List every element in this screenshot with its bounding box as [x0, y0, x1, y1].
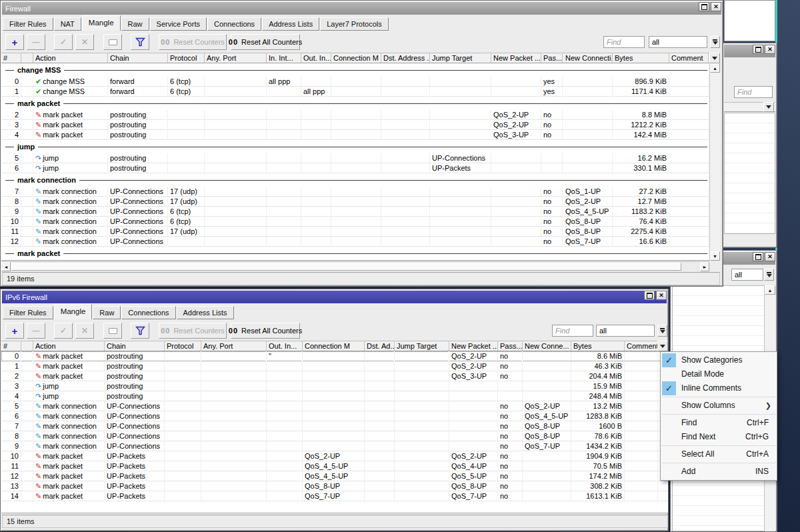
column-header-jump_target[interactable]: Jump Target: [430, 53, 491, 63]
table-row[interactable]: 3✎mark packetpostroutingQoS_2-UPno1212.2…: [1, 120, 709, 130]
enable-button[interactable]: ✓: [54, 323, 73, 339]
column-header-new_conn[interactable]: New Conne...: [523, 341, 571, 351]
close-button[interactable]: [711, 2, 721, 11]
table-row[interactable]: 10✎mark connectionUP-Connections6 (tcp)n…: [1, 217, 709, 227]
column-header-pass[interactable]: Pass...: [498, 341, 523, 351]
column-header-comment[interactable]: Comment: [625, 341, 658, 351]
filter-dropdown-button[interactable]: [657, 325, 667, 337]
column-header-chain[interactable]: Chain: [108, 53, 168, 63]
menu-item-select-all[interactable]: Select AllCtrl+A: [661, 447, 777, 461]
side-find-input[interactable]: [735, 87, 772, 97]
table-row[interactable]: 0✔change MSSforward6 (tcp)all pppyes896.…: [1, 77, 709, 87]
comment-button[interactable]: [103, 323, 122, 339]
column-header-action[interactable]: Action: [33, 53, 108, 63]
table-row[interactable]: 13✎mark packetUP-PacketsQoS_8-UPQoS_8-UP…: [1, 481, 668, 491]
table-row[interactable]: 4↷jumppostrouting248.4 MiB: [1, 391, 668, 401]
column-header-jump_target[interactable]: Jump Target: [395, 341, 449, 351]
column-header-protocol[interactable]: Protocol: [165, 341, 201, 351]
table-row[interactable]: 6✎mark connectionUP-ConnectionsnoQoS_4_5…: [1, 411, 668, 421]
scroll-left-button[interactable]: ◄: [1, 262, 11, 271]
menu-item-show-columns[interactable]: Show Columns❯: [661, 399, 777, 413]
filter-combo[interactable]: all: [596, 325, 655, 337]
column-header-dst_addr[interactable]: Dst. Address ...: [381, 53, 430, 63]
column-header-out_int[interactable]: Out. In...: [301, 53, 331, 63]
table-row[interactable]: 9✎mark connectionUP-Connections6 (tcp)no…: [1, 207, 709, 217]
scrollbar-thumb[interactable]: [11, 263, 681, 271]
table-row[interactable]: 3↷jumppostrouting15.9 MiB: [1, 381, 668, 391]
table-row[interactable]: 7✎mark connectionUP-Connections17 (udp)n…: [1, 187, 709, 197]
table-row[interactable]: 12✎mark packetUP-PacketsQoS_4_5-UPQoS_5-…: [1, 471, 668, 481]
tab-address-lists[interactable]: Address Lists: [177, 306, 234, 319]
column-header-bytes[interactable]: Bytes: [571, 341, 625, 351]
menu-item-detail-mode[interactable]: Detail Mode: [661, 367, 777, 381]
scroll-down-button[interactable]: ▼: [710, 251, 720, 261]
reset-all-counters-button[interactable]: 00Reset All Counters: [231, 34, 300, 50]
table-row[interactable]: 6↷jumppostroutingUP-Packets330.1 MiB: [1, 163, 709, 173]
reset-all-counters-button[interactable]: 00Reset All Counters: [231, 323, 300, 339]
table-row[interactable]: 0✎mark packetpostrouting"QoS_2-UPno8.6 M…: [1, 351, 668, 361]
column-header-new_packet[interactable]: New Packet ...: [449, 341, 498, 351]
table-row[interactable]: 11✎mark connectionUP-Connections17 (udp)…: [1, 227, 709, 237]
menu-item-add[interactable]: AddINS: [661, 465, 777, 479]
scroll-up-button[interactable]: ▲: [710, 63, 720, 73]
column-header-chain[interactable]: Chain: [105, 341, 165, 351]
reset-counters-button[interactable]: 00Reset Counters: [159, 34, 227, 50]
menu-item-find-next[interactable]: Find NextCtrl+G: [661, 430, 777, 444]
column-dropdown-button[interactable]: [657, 341, 668, 351]
column-header-bytes[interactable]: Bytes: [613, 53, 669, 63]
tab-connections[interactable]: Connections: [207, 17, 261, 31]
filter-dropdown-button[interactable]: [710, 36, 720, 48]
filter-button[interactable]: [131, 323, 149, 339]
table-row[interactable]: 5✎mark connectionUP-ConnectionsnoQoS_2-U…: [1, 401, 668, 411]
menu-item-inline-comments[interactable]: ✓Inline Comments: [661, 381, 777, 395]
column-header-pass[interactable]: Pas...: [541, 53, 563, 63]
column-header-action[interactable]: Action: [33, 341, 105, 351]
table-row[interactable]: 8✎mark connectionUP-ConnectionsnoQoS_8-U…: [1, 431, 668, 441]
tab-nat[interactable]: NAT: [54, 17, 81, 31]
column-header-any_port[interactable]: Any. Port: [201, 341, 267, 351]
column-header-new_packet[interactable]: New Packet ...: [491, 53, 541, 63]
column-header-comment[interactable]: Comment: [669, 53, 709, 63]
vertical-scrollbar[interactable]: ▲ ▼: [709, 63, 720, 261]
column-dropdown-button[interactable]: [709, 53, 720, 63]
scroll-right-button[interactable]: ►: [700, 262, 709, 271]
maximize-button[interactable]: [699, 2, 709, 11]
filter-combo[interactable]: all: [649, 36, 707, 48]
column-header-out_int[interactable]: Out. In...: [267, 341, 303, 351]
tab-filter-rules[interactable]: Filter Rules: [3, 17, 53, 31]
tab-raw[interactable]: Raw: [93, 306, 121, 319]
column-header-sel[interactable]: [21, 53, 33, 63]
column-header-protocol[interactable]: Protocol: [168, 53, 205, 63]
column-dropdown-button[interactable]: [763, 102, 774, 112]
table-row[interactable]: 7✎mark connectionUP-ConnectionsnoQoS_8-U…: [1, 421, 668, 431]
ipv6-titlebar[interactable]: IPv6 Firewall: [2, 291, 667, 303]
enable-button[interactable]: ✓: [54, 34, 73, 50]
scroll-up-button[interactable]: ▲: [765, 285, 775, 295]
tab-raw[interactable]: Raw: [121, 17, 149, 31]
maximize-button[interactable]: [753, 252, 763, 261]
column-header-dst_addr[interactable]: Dst. Ad...: [365, 341, 395, 351]
side-filter-dropdown-button[interactable]: [764, 269, 774, 281]
find-input[interactable]: [553, 325, 593, 336]
firewall-titlebar[interactable]: Firewall: [2, 2, 721, 15]
side-empty-list[interactable]: [724, 113, 775, 234]
tab-service-ports[interactable]: Service Ports: [150, 17, 207, 31]
column-header-in_int[interactable]: In. Int...: [267, 53, 301, 63]
column-header-conn_mark[interactable]: Connection M: [331, 53, 381, 63]
tab-filter-rules[interactable]: Filter Rules: [3, 306, 53, 319]
table-row[interactable]: 1✎mark packetpostroutingQoS_2-UPno46.3 K…: [1, 361, 668, 371]
table-row[interactable]: 8✎mark connectionUP-Connections17 (udp)n…: [1, 197, 709, 207]
table-row[interactable]: 14✎mark packetUP-PacketsQoS_7-UPQoS_7-UP…: [1, 491, 668, 501]
maximize-button[interactable]: [644, 291, 655, 300]
add-button[interactable]: +: [5, 323, 24, 339]
filter-button[interactable]: [131, 34, 149, 50]
disable-button[interactable]: ✕: [75, 34, 94, 50]
maximize-button[interactable]: [753, 45, 763, 54]
remove-button[interactable]: —: [27, 34, 45, 50]
disable-button[interactable]: ✕: [75, 323, 94, 339]
column-header-new_conn[interactable]: New Connecti...: [563, 53, 613, 63]
table-row[interactable]: 5↷jumppostroutingUP-Connections16.2 MiB: [1, 153, 709, 163]
table-row[interactable]: 10✎mark packetUP-PacketsQoS_2-UPQoS_2-UP…: [1, 451, 668, 461]
menu-item-find[interactable]: FindCtrl+F: [661, 416, 777, 430]
column-header-num[interactable]: #: [1, 53, 21, 63]
